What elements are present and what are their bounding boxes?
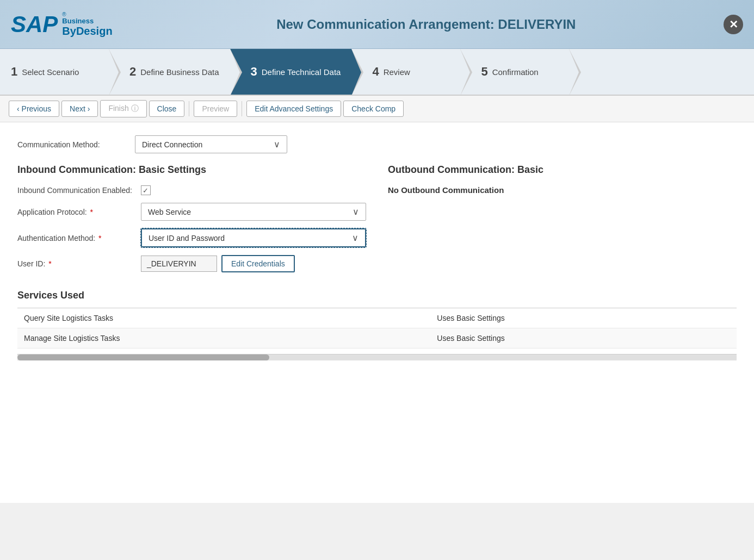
- auth-method-label: Authentication Method: *: [17, 234, 132, 242]
- step-4-number: 4: [372, 65, 379, 79]
- auth-method-value: User ID and Password: [149, 234, 225, 242]
- user-id-field: _DELIVERYIN: [141, 256, 217, 272]
- app-header: SAP ® Business ByDesign New Communicatio…: [0, 0, 754, 49]
- wizard-step-4[interactable]: 4 Review: [351, 49, 460, 95]
- preview-button[interactable]: Preview: [194, 101, 237, 117]
- services-title: Services Used: [17, 290, 737, 301]
- finish-button[interactable]: Finish ⓘ: [100, 100, 146, 117]
- check-comp-button[interactable]: Check Comp: [343, 101, 404, 117]
- sap-business-text: Business: [62, 17, 112, 25]
- communication-method-row: Communication Method: Direct Connection …: [17, 135, 737, 153]
- step-5-number: 5: [481, 65, 487, 79]
- table-row: Manage Site Logistics Tasks Uses Basic S…: [17, 328, 737, 349]
- app-protocol-value: Web Service: [148, 208, 191, 216]
- step-5-label: Confirmation: [492, 67, 539, 77]
- sap-logo: SAP ® Business ByDesign: [11, 11, 113, 38]
- sap-logo-text: SAP: [11, 11, 58, 38]
- user-id-required-mark: *: [48, 259, 51, 268]
- communication-method-value: Direct Connection: [142, 140, 202, 149]
- wizard-step-5[interactable]: 5 Confirmation: [460, 49, 569, 95]
- step-1-label: Select Scenario: [22, 67, 79, 77]
- step-3-label: Define Technical Data: [262, 67, 341, 77]
- services-table-body: Query Site Logistics Tasks Uses Basic Se…: [17, 308, 737, 349]
- wizard-step-1[interactable]: 1 Select Scenario: [0, 49, 109, 95]
- wizard-step-3[interactable]: 3 Define Technical Data: [230, 49, 352, 95]
- wizard-steps: 1 Select Scenario 2 Define Business Data…: [0, 49, 754, 96]
- service-name-cell-1: Query Site Logistics Tasks: [17, 308, 430, 328]
- app-protocol-label: Application Protocol: *: [17, 208, 132, 216]
- toolbar-separator-2: [242, 101, 242, 116]
- step-3-number: 3: [251, 65, 257, 79]
- auth-method-required-mark: *: [98, 234, 101, 242]
- service-setting-cell-1: Uses Basic Settings: [430, 308, 737, 328]
- edit-credentials-button[interactable]: Edit Credentials: [221, 255, 295, 272]
- communication-method-label: Communication Method:: [17, 140, 126, 149]
- main-content: Communication Method: Direct Connection …: [0, 122, 754, 503]
- sap-bydesign-text: ByDesign: [62, 25, 112, 37]
- communication-method-select[interactable]: Direct Connection ∨: [135, 135, 287, 153]
- step-2-number: 2: [129, 65, 136, 79]
- inbound-section: Inbound Communication: Basic Settings In…: [17, 164, 366, 272]
- inbound-enabled-checkbox-cell: ✓: [141, 185, 366, 195]
- horizontal-scrollbar[interactable]: [17, 354, 737, 360]
- wizard-step-2[interactable]: 2 Define Business Data: [109, 49, 230, 95]
- outbound-section: Outbound Communication: Basic No Outboun…: [388, 164, 737, 272]
- page-title: New Communication Arrangement: DELIVERYI…: [129, 17, 724, 32]
- auth-method-select[interactable]: User ID and Password ∨: [141, 228, 366, 247]
- outbound-title: Outbound Communication: Basic: [388, 164, 737, 176]
- chevron-down-icon: ∨: [274, 139, 280, 150]
- inbound-enabled-label: Inbound Communication Enabled:: [17, 186, 132, 195]
- edit-advanced-settings-button[interactable]: Edit Advanced Settings: [246, 101, 341, 117]
- no-outbound-label: No Outbound Communication: [388, 185, 737, 195]
- sections-container: Inbound Communication: Basic Settings In…: [17, 164, 737, 272]
- check-icon: ✓: [143, 186, 149, 195]
- step-4-label: Review: [384, 67, 410, 77]
- user-id-label: User ID: *: [17, 259, 132, 268]
- scrollbar-thumb[interactable]: [17, 354, 269, 360]
- toolbar-separator-1: [189, 101, 189, 116]
- app-protocol-required-mark: *: [90, 208, 93, 216]
- app-protocol-select[interactable]: Web Service ∨: [141, 203, 366, 221]
- services-section: Services Used Query Site Logistics Tasks…: [17, 290, 737, 349]
- sap-bydesign-branding: ® Business ByDesign: [62, 11, 112, 37]
- next-button[interactable]: Next ›: [61, 101, 98, 117]
- toolbar: ‹ Previous Next › Finish ⓘ Close Preview…: [0, 96, 754, 122]
- previous-button[interactable]: ‹ Previous: [9, 101, 59, 117]
- header-close-button[interactable]: ✕: [724, 15, 743, 34]
- inbound-title: Inbound Communication: Basic Settings: [17, 164, 366, 176]
- close-button[interactable]: Close: [149, 101, 185, 117]
- table-row: Query Site Logistics Tasks Uses Basic Se…: [17, 308, 737, 328]
- inbound-form-grid: Inbound Communication Enabled: ✓ Applica…: [17, 185, 366, 272]
- services-table: Query Site Logistics Tasks Uses Basic Se…: [17, 308, 737, 349]
- service-name-cell-2: Manage Site Logistics Tasks: [17, 328, 430, 349]
- auth-method-chevron-icon: ∨: [352, 233, 359, 243]
- step-1-number: 1: [11, 65, 17, 79]
- service-setting-cell-2: Uses Basic Settings: [430, 328, 737, 349]
- inbound-enabled-checkbox[interactable]: ✓: [141, 185, 151, 195]
- app-protocol-chevron-icon: ∨: [353, 207, 359, 217]
- step-2-label: Define Business Data: [140, 67, 219, 77]
- user-id-row: _DELIVERYIN Edit Credentials: [141, 255, 366, 272]
